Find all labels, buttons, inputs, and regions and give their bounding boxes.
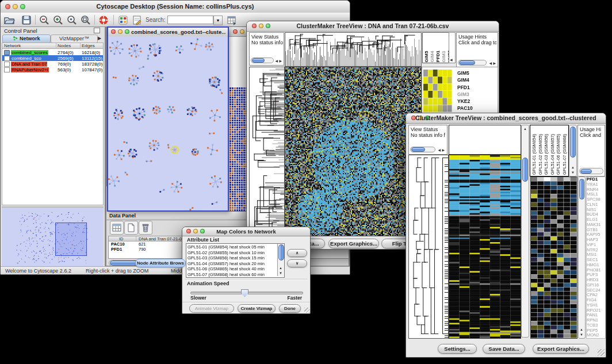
attribute-list-item[interactable]: GPL51-04 (GSM857) heat shock 20 min bbox=[188, 261, 265, 267]
t2-settings-button[interactable]: Settings... bbox=[438, 344, 477, 354]
tv1-column-dendrogram[interactable] bbox=[285, 32, 422, 67]
attribute-list-item[interactable]: GPL51-02 (GSM855) heat shock 10 min bbox=[188, 250, 265, 256]
tv2-colnames-scrollbar[interactable]: ▲▼ bbox=[569, 125, 577, 177]
t2-save-data-button[interactable]: Save Data... bbox=[483, 344, 525, 354]
tab-network[interactable]: Network bbox=[2, 35, 51, 43]
tv2-main-vscrollbar[interactable]: ▲ bbox=[521, 125, 529, 338]
save-icon[interactable] bbox=[21, 14, 32, 26]
search-dropdown-button[interactable]: ▼ bbox=[213, 16, 223, 25]
tv1-row-dendrogram[interactable] bbox=[249, 67, 285, 236]
tv1-row-label: GIM4 bbox=[457, 76, 473, 83]
zoom-window-icon[interactable] bbox=[125, 29, 129, 34]
close-icon[interactable] bbox=[111, 29, 116, 34]
minimize-icon[interactable] bbox=[240, 29, 244, 34]
animation-slider[interactable] bbox=[190, 289, 302, 295]
tv2-gene-label[interactable]: MON2 bbox=[587, 333, 605, 338]
network-name[interactable]: DNA and Tran 07 bbox=[11, 62, 47, 67]
table-col-attr[interactable]: DNA and Tran 07-21-06... bbox=[139, 236, 188, 242]
attribute-listbox[interactable]: GPL51-01 (GSM854) heat shock 05 minGPL51… bbox=[186, 243, 285, 278]
tv1-heatmap[interactable] bbox=[285, 67, 422, 236]
attribute-list-item[interactable]: GPL51-03 (GSM856) heat shock 15 min bbox=[188, 255, 265, 261]
tv2-row-dendrogram[interactable] bbox=[408, 155, 449, 339]
attribute-list-item[interactable]: GPL51-07 (GSM868) heat shock 60 min bbox=[188, 272, 265, 278]
zoom-fit-icon[interactable] bbox=[66, 14, 78, 26]
attribute-list-item[interactable]: GPL51-01 (GSM854) heat shock 05 min bbox=[188, 244, 265, 250]
tv1-column-label: GIM5 bbox=[424, 48, 429, 62]
float-panel-icon[interactable] bbox=[94, 28, 100, 33]
t2-export-graphics-button[interactable]: Export Graphics... bbox=[533, 344, 589, 354]
help-lifering-icon[interactable] bbox=[98, 14, 109, 26]
network-name[interactable]: combined_sco bbox=[11, 56, 42, 61]
network-table-row[interactable]: RNAPuberNov2+I563(0)107847(0) bbox=[2, 67, 103, 72]
birdseye-navigator[interactable] bbox=[2, 206, 104, 266]
delete-attribute-button[interactable] bbox=[139, 221, 152, 235]
minimize-icon[interactable] bbox=[118, 29, 123, 34]
attribute-list-label: Attribute List bbox=[187, 237, 219, 243]
tv1-zoom-scroll-strip[interactable]: ◀ bbox=[449, 32, 456, 63]
tv2-hints-scrollbar[interactable] bbox=[579, 168, 603, 174]
tv1-row-label: GIM3 bbox=[457, 91, 473, 98]
network-nodes-count: 2569(6) bbox=[58, 56, 74, 61]
attribute-select-button[interactable] bbox=[110, 221, 124, 235]
main-title-bar[interactable]: Cytoscape Desktop (Session Name: collins… bbox=[1, 1, 350, 13]
tv2-zoom-heatmap[interactable] bbox=[530, 177, 577, 339]
tv2-column-label: GPL51-04 (GSM857) bbox=[550, 134, 555, 175]
tab-overflow-arrow[interactable]: ▶ bbox=[98, 35, 104, 42]
col-header-nodes[interactable]: Nodes bbox=[58, 43, 71, 48]
col-header-edges[interactable]: Edges bbox=[82, 43, 95, 48]
tv1-hints-scrollbar[interactable] bbox=[458, 60, 487, 66]
import-table-icon[interactable] bbox=[226, 14, 238, 26]
tv2-heatmap[interactable] bbox=[449, 155, 521, 339]
search-input[interactable] bbox=[167, 16, 213, 24]
row-value: 790 bbox=[139, 247, 146, 252]
network-edges-count: 107847(0) bbox=[82, 67, 102, 72]
attribute-list-scrollbar[interactable]: ▲▼ bbox=[277, 244, 284, 276]
file-icon bbox=[4, 56, 10, 61]
treeview2-title: ClusterMaker TreeView : combined_scores_… bbox=[406, 114, 606, 121]
close-icon[interactable] bbox=[233, 29, 238, 34]
attribute-list-item[interactable]: GPL51-06 (GSM865) heat shock 40 min bbox=[188, 266, 265, 272]
tv1-row-label: PFD1 bbox=[457, 84, 473, 91]
slider-max-label: Faster bbox=[287, 295, 302, 301]
tv2-column-label: GPL51-02 (GSM855) bbox=[538, 134, 543, 175]
zoom-in-icon[interactable] bbox=[52, 14, 64, 26]
col-header-network[interactable]: Network bbox=[4, 43, 21, 48]
tv1-column-label: PFD1 bbox=[435, 48, 441, 62]
network-name[interactable]: RNAPuberNov2+I bbox=[11, 67, 49, 72]
network-view-canvas[interactable] bbox=[108, 36, 228, 210]
network-table-row[interactable]: combined_scores2764(0)16218(0) bbox=[2, 49, 103, 55]
tv2-usage-hints: Usage Hi Click and bbox=[577, 125, 605, 177]
new-attribute-button[interactable] bbox=[124, 221, 138, 235]
zoom-selected-icon[interactable] bbox=[80, 14, 91, 26]
table-col-id[interactable]: ID bbox=[119, 236, 124, 242]
table-grid-icon bbox=[110, 221, 123, 234]
move-down-button[interactable]: ∨ bbox=[287, 259, 307, 267]
tv2-column-dendrogram[interactable] bbox=[449, 125, 521, 155]
network-table-row[interactable]: combined_sco2569(6)13112(15) bbox=[2, 55, 103, 61]
animate-vizmap-button[interactable]: Animate Vizmap bbox=[189, 304, 234, 313]
t1-export-graphics-button[interactable]: Export Graphics... bbox=[328, 239, 379, 248]
create-vizmap-button[interactable]: Create Vizmap bbox=[238, 304, 276, 313]
network-edges-count: 16218(0) bbox=[82, 50, 100, 55]
status-welcome: Welcome to Cytoscape 2.6.2 bbox=[5, 268, 71, 274]
network-nodes-count: 769(0) bbox=[58, 62, 71, 67]
network-table-row[interactable]: DNA and Tran 07769(0)183728(0) bbox=[2, 61, 103, 67]
vizmapper-icon[interactable] bbox=[117, 14, 129, 26]
tab-vizmapper[interactable]: VizMapper™ bbox=[51, 35, 98, 43]
network-frame-1: combined_scores_good.txt--cluste... bbox=[107, 26, 229, 212]
tv2-genes-scrollbar[interactable]: ▲▼ bbox=[578, 177, 586, 339]
zoom-out-icon[interactable] bbox=[39, 14, 50, 26]
move-up-button[interactable]: ∧ bbox=[287, 249, 307, 257]
navigator-viewport-rect[interactable] bbox=[55, 223, 87, 256]
annotation-icon[interactable] bbox=[131, 14, 143, 26]
tv1-zoom-heatmap[interactable] bbox=[423, 70, 452, 112]
network-nodes-count: 563(0) bbox=[58, 67, 71, 72]
network-name[interactable]: combined_scores bbox=[11, 50, 48, 55]
open-folder-icon[interactable] bbox=[3, 14, 15, 26]
node-attribute-browser-tab[interactable]: Node Attribute Brows bbox=[135, 259, 186, 267]
file-icon bbox=[4, 62, 10, 67]
done-button[interactable]: Done bbox=[279, 304, 301, 313]
tv1-status-scrollbar[interactable] bbox=[251, 58, 274, 63]
slider-handle[interactable] bbox=[241, 289, 248, 297]
tv2-status-scrollbar[interactable] bbox=[410, 147, 435, 152]
